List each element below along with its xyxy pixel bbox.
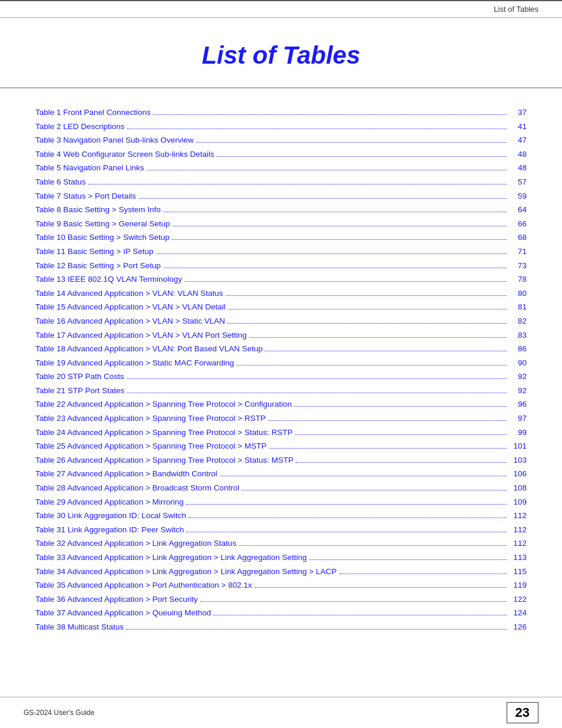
toc-entry: Table 1 Front Panel Connections37	[35, 106, 527, 119]
toc-page: 64	[509, 203, 527, 216]
toc-dots	[184, 281, 507, 282]
toc-label: Table 28 Advanced Application > Broadcas…	[35, 482, 239, 495]
toc-label: Table 16 Advanced Application > VLAN > S…	[35, 315, 225, 328]
toc-page: 119	[509, 579, 527, 592]
toc-entry: Table 5 Navigation Panel Links48	[35, 162, 527, 174]
toc-label: Table 7 Status > Port Details	[35, 190, 136, 203]
toc-entry: Table 11 Basic Setting > IP Setup71	[35, 245, 527, 258]
toc-entry: Table 4 Web Configurator Screen Sub-link…	[35, 148, 527, 161]
toc-label: Table 35 Advanced Application > Port Aut…	[35, 579, 252, 592]
toc-entry: Table 33 Advanced Application > Link Agg…	[35, 551, 527, 564]
title-section: List of Tables	[0, 18, 562, 88]
toc-label: Table 1 Front Panel Connections	[35, 106, 151, 119]
toc-entry: Table 15 Advanced Application > VLAN > V…	[35, 301, 527, 314]
toc-entry: Table 18 Advanced Application > VLAN: Po…	[35, 342, 527, 355]
toc-dots	[127, 393, 507, 393]
toc-page: 126	[509, 621, 527, 634]
toc-dots	[220, 476, 507, 476]
toc-label: Table 34 Advanced Application > Link Agg…	[35, 565, 337, 578]
toc-page: 103	[509, 454, 527, 467]
toc-entry: Table 34 Advanced Application > Link Agg…	[35, 565, 527, 578]
toc-page: 90	[509, 357, 527, 370]
footer-guide: GS-2024 User's Guide	[24, 709, 94, 717]
toc-label: Table 26 Advanced Application > Spanning…	[35, 454, 293, 467]
toc-page: 73	[509, 259, 527, 272]
toc-dots	[294, 406, 507, 407]
header-text: List of Tables	[494, 5, 538, 14]
toc-page: 68	[509, 231, 527, 244]
toc-page: 78	[509, 273, 527, 286]
toc-entry: Table 32 Advanced Application > Link Agg…	[35, 537, 527, 550]
toc-label: Table 27 Advanced Application > Bandwidt…	[35, 467, 217, 480]
toc-dots	[226, 295, 507, 296]
toc-page: 83	[509, 329, 527, 342]
toc-page: 92	[509, 384, 527, 397]
toc-dots	[200, 601, 507, 602]
toc-entry: Table 12 Basic Setting > Port Setup73	[35, 259, 527, 272]
toc-entry: Table 2 LED Descriptions41	[35, 120, 527, 133]
toc-page: 48	[509, 162, 527, 174]
toc-page: 66	[509, 218, 527, 230]
toc-page: 47	[509, 134, 527, 147]
toc-label: Table 17 Advanced Application > VLAN > V…	[35, 329, 247, 342]
toc-entry: Table 20 STP Path Costs92	[35, 370, 527, 383]
toc-entry: Table 9 Basic Setting > General Setup66	[35, 218, 527, 230]
toc-dots	[296, 462, 507, 463]
toc-page: 108	[509, 482, 527, 495]
toc-section: Table 1 Front Panel Connections37Table 2…	[0, 106, 562, 658]
toc-page: 97	[509, 412, 527, 425]
toc-dots	[196, 142, 507, 143]
toc-page: 41	[509, 120, 527, 133]
toc-entry: Table 24 Advanced Application > Spanning…	[35, 426, 527, 439]
toc-dots	[147, 170, 507, 170]
toc-label: Table 30 Link Aggregation ID: Local Swit…	[35, 509, 186, 522]
toc-dots	[236, 365, 507, 365]
toc-entry: Table 26 Advanced Application > Spanning…	[35, 454, 527, 467]
toc-entry: Table 14 Advanced Application > VLAN: VL…	[35, 287, 527, 300]
footer: GS-2024 User's Guide 23	[0, 697, 562, 728]
toc-label: Table 9 Basic Setting > General Setup	[35, 218, 170, 230]
toc-entry: Table 8 Basic Setting > System Info64	[35, 203, 527, 216]
toc-label: Table 22 Advanced Application > Spanning…	[35, 398, 292, 411]
toc-label: Table 10 Basic Setting > Switch Setup	[35, 231, 170, 244]
toc-entry: Table 25 Advanced Application > Spanning…	[35, 440, 527, 453]
toc-page: 115	[509, 565, 527, 578]
toc-entry: Table 38 Multicast Status126	[35, 621, 527, 634]
toc-dots	[172, 239, 507, 240]
toc-label: Table 32 Advanced Application > Link Agg…	[35, 537, 236, 550]
toc-dots	[88, 184, 507, 185]
toc-entry: Table 23 Advanced Application > Spanning…	[35, 412, 527, 425]
toc-dots	[269, 448, 507, 449]
toc-page: 109	[509, 496, 527, 509]
toc-label: Table 33 Advanced Application > Link Agg…	[35, 551, 307, 564]
toc-entry: Table 29 Advanced Application > Mirrorin…	[35, 496, 527, 509]
toc-dots	[173, 226, 507, 226]
toc-entry: Table 35 Advanced Application > Port Aut…	[35, 579, 527, 592]
toc-entry: Table 31 Link Aggregation ID: Peer Switc…	[35, 523, 527, 536]
toc-label: Table 29 Advanced Application > Mirrorin…	[35, 496, 184, 509]
toc-label: Table 19 Advanced Application > Static M…	[35, 357, 234, 370]
toc-dots	[163, 212, 507, 212]
toc-page: 82	[509, 315, 527, 328]
toc-entry: Table 16 Advanced Application > VLAN > S…	[35, 315, 527, 328]
toc-dots	[126, 629, 507, 630]
toc-dots	[309, 559, 507, 560]
toc-label: Table 36 Advanced Application > Port Sec…	[35, 593, 198, 606]
toc-label: Table 24 Advanced Application > Spanning…	[35, 426, 293, 439]
toc-label: Table 37 Advanced Application > Queuing …	[35, 607, 211, 620]
toc-page: 122	[509, 593, 527, 606]
toc-dots	[265, 351, 507, 351]
toc-label: Table 8 Basic Setting > System Info	[35, 203, 161, 216]
toc-entry: Table 3 Navigation Panel Sub-links Overv…	[35, 134, 527, 147]
toc-entry: Table 17 Advanced Application > VLAN > V…	[35, 329, 527, 342]
toc-entry: Table 30 Link Aggregation ID: Local Swit…	[35, 509, 527, 522]
toc-label: Table 2 LED Descriptions	[35, 120, 125, 133]
toc-dots	[228, 309, 507, 309]
toc-page: 106	[509, 467, 527, 480]
toc-entry: Table 37 Advanced Application > Queuing …	[35, 607, 527, 620]
toc-page: 112	[509, 537, 527, 550]
toc-page: 113	[509, 551, 527, 564]
toc-label: Table 38 Multicast Status	[35, 621, 124, 634]
toc-dots	[242, 490, 507, 490]
toc-dots	[227, 323, 507, 324]
